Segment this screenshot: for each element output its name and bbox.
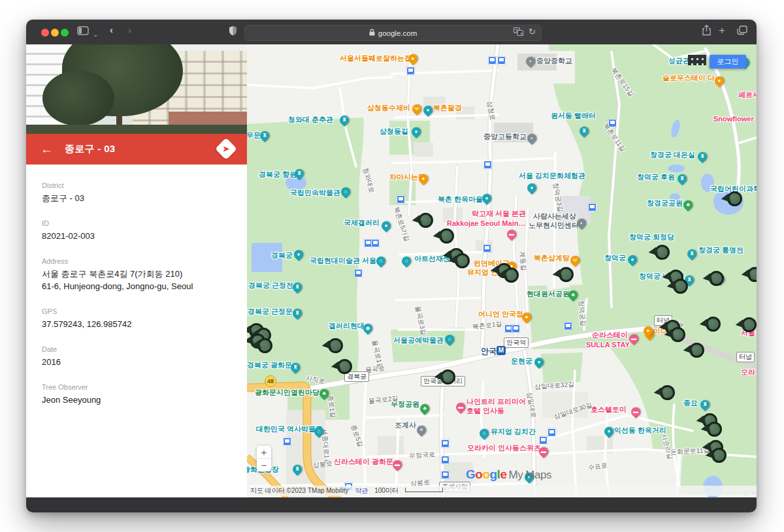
camera-pin[interactable]: ●: [626, 253, 639, 266]
lodging-pin[interactable]: ●: [713, 74, 726, 87]
bus-stop-icon: [283, 437, 291, 446]
tree-marker[interactable]: [742, 317, 757, 332]
chevron-down-icon[interactable]: ⌄: [93, 28, 98, 41]
url-bar[interactable]: google.com a文 ↻: [244, 25, 542, 41]
fullscreen-window-button[interactable]: [61, 29, 69, 37]
tree-marker[interactable]: [670, 327, 685, 342]
zoom-out-button[interactable]: −: [257, 459, 271, 471]
camera-pin[interactable]: ●: [410, 125, 423, 138]
tree-marker[interactable]: [711, 448, 727, 463]
castle-pin[interactable]: ♜: [338, 114, 351, 127]
camera-pin[interactable]: ●: [532, 356, 546, 369]
castle-pin[interactable]: ♜: [291, 281, 304, 294]
bed-pin[interactable]: ▬: [454, 401, 467, 414]
map-canvas[interactable]: 지도 데이터 ©2023 TMap Mobility 약관 100미터 Goog…: [247, 44, 757, 497]
bed-pin[interactable]: ▬: [505, 228, 518, 241]
school-pin[interactable]: ▪: [524, 55, 537, 68]
tree-marker[interactable]: [673, 279, 688, 294]
tree-marker[interactable]: [504, 268, 519, 283]
tree-marker[interactable]: [689, 343, 704, 358]
dharma-pin[interactable]: ✳: [415, 424, 428, 437]
location-photo: [26, 44, 247, 134]
back-arrow-icon[interactable]: ←: [41, 142, 53, 157]
tree-marker[interactable]: [440, 369, 455, 384]
bed-pin[interactable]: ▬: [391, 458, 404, 471]
bed-pin[interactable]: ▬: [629, 405, 642, 418]
tree-marker[interactable]: [418, 213, 433, 228]
castle-pin[interactable]: ♜: [289, 361, 302, 374]
castle-pin[interactable]: ♜: [578, 125, 591, 138]
restaurant-pin[interactable]: Ψ: [410, 102, 423, 116]
tree-marker[interactable]: [706, 317, 721, 332]
bed-pin[interactable]: ▬: [627, 332, 640, 345]
park-pin[interactable]: ♣: [318, 387, 331, 400]
restaurant-pin[interactable]: Ψ: [568, 254, 581, 267]
camera-pin[interactable]: ●: [292, 248, 305, 261]
translate-icon[interactable]: a文: [514, 27, 523, 38]
museum-pin[interactable]: ⌂: [339, 185, 352, 198]
castle-pin[interactable]: ♜: [698, 398, 711, 411]
bus-stop-icon: [539, 436, 547, 445]
map-label: 안국역: [504, 337, 529, 348]
camera-pin[interactable]: ●: [602, 425, 615, 438]
cafe-pin[interactable]: ●: [520, 311, 533, 324]
museum-pin[interactable]: ⌂: [312, 425, 325, 438]
museum-pin[interactable]: ⌂: [443, 333, 456, 346]
castle-pin[interactable]: ♜: [258, 129, 271, 142]
tree-marker[interactable]: [328, 338, 343, 353]
home-pin[interactable]: ⌂: [400, 255, 413, 268]
zoom-in-button[interactable]: +: [257, 446, 271, 458]
cafe-pin[interactable]: ●: [417, 172, 430, 185]
school-pin[interactable]: ▪: [525, 132, 538, 145]
castle-pin[interactable]: ♜: [291, 307, 304, 320]
field-value: 82021-02-003: [42, 230, 247, 242]
park-pin[interactable]: ♣: [566, 289, 580, 302]
camera-pin[interactable]: ●: [421, 104, 434, 117]
castle-pin[interactable]: ♜: [685, 247, 698, 260]
park-pin[interactable]: ♣: [681, 198, 694, 211]
tree-marker[interactable]: [439, 228, 454, 243]
tree-marker[interactable]: [337, 359, 352, 374]
tree-marker[interactable]: [655, 245, 670, 260]
museum-pin[interactable]: ⌂: [374, 255, 387, 268]
directions-icon[interactable]: ➤: [215, 138, 237, 160]
google-mymaps-watermark[interactable]: GoogleMy Maps: [466, 467, 551, 482]
art-pin[interactable]: ◉: [361, 322, 374, 335]
tree-marker[interactable]: [455, 253, 470, 268]
cafe-pin[interactable]: ●: [406, 52, 419, 65]
bed-pin[interactable]: ▬: [537, 445, 550, 458]
tree-marker[interactable]: [660, 385, 675, 400]
close-window-button[interactable]: [41, 29, 49, 37]
tree-marker[interactable]: [707, 422, 722, 437]
tree-marker[interactable]: [727, 191, 742, 206]
castle-pin[interactable]: ♜: [676, 172, 689, 185]
minimize-window-button[interactable]: [51, 29, 59, 37]
castle-pin[interactable]: ♜: [293, 167, 306, 180]
reload-icon[interactable]: ↻: [529, 27, 536, 38]
tabs-overview-icon[interactable]: [737, 25, 747, 39]
camera-pin[interactable]: ●: [380, 219, 393, 232]
tree-marker[interactable]: [257, 338, 272, 353]
castle-pin[interactable]: ♜: [696, 150, 709, 163]
park-pin[interactable]: ♣: [418, 402, 431, 415]
sidebar-toggle-icon[interactable]: [77, 25, 89, 39]
tree-marker[interactable]: [709, 271, 724, 286]
page: ⌄ ‹ › google.com a文 ↻ +: [0, 0, 784, 532]
terms-link[interactable]: 약관: [355, 486, 368, 495]
back-button[interactable]: ‹: [110, 23, 113, 37]
new-tab-icon[interactable]: +: [719, 24, 725, 37]
castle-pin[interactable]: ♜: [291, 463, 304, 476]
shield-icon[interactable]: [229, 25, 237, 39]
camera-pin[interactable]: ●: [480, 192, 493, 205]
forward-button[interactable]: ›: [128, 23, 131, 37]
map-label: 광화문시민열린마당: [255, 388, 319, 398]
login-button[interactable]: 로그인: [710, 55, 746, 69]
tree-marker[interactable]: [559, 267, 574, 282]
building-pin[interactable]: ▪: [575, 217, 588, 230]
home-pin[interactable]: ⌂: [478, 427, 491, 440]
map-label: 창경궁공원: [647, 198, 683, 208]
camera-pin[interactable]: ●: [525, 181, 538, 195]
lodging-pin[interactable]: ●: [642, 324, 655, 337]
map-label: 서울 김치문화체험관: [519, 171, 585, 181]
share-icon[interactable]: [702, 25, 711, 39]
